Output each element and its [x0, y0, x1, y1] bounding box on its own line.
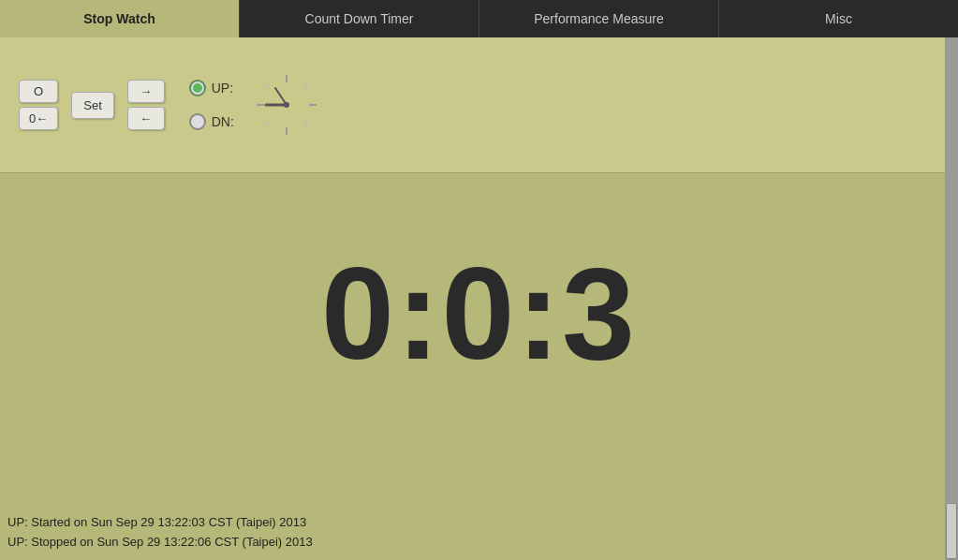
controls-row: O 0← Set → ← UP: DN:: [0, 37, 958, 173]
right-arrow-button[interactable]: →: [127, 80, 165, 103]
status-bar: UP: Started on Sun Sep 29 13:22:03 CST (…: [0, 506, 958, 560]
tab-stopwatch[interactable]: Stop Watch: [0, 0, 240, 37]
timer-display: 0:0:3: [0, 173, 958, 454]
scrollbar[interactable]: [945, 37, 958, 560]
status-line-1: UP: Started on Sun Sep 29 13:22:03 CST (…: [7, 513, 951, 533]
clock-spinner: [249, 67, 324, 142]
scrollbar-thumb[interactable]: [946, 503, 957, 559]
controls-arrow-buttons: → ←: [127, 80, 165, 130]
tab-bar: Stop Watch Count Down Timer Performance …: [0, 0, 958, 37]
set-button-wrapper: Set: [71, 92, 114, 119]
radio-group: UP: DN:: [189, 80, 234, 130]
svg-point-10: [284, 102, 289, 108]
svg-line-4: [265, 83, 270, 88]
svg-line-5: [303, 122, 308, 126]
tab-performance[interactable]: Performance Measure: [479, 0, 719, 37]
svg-line-7: [265, 122, 270, 126]
backspace-button[interactable]: 0←: [19, 107, 58, 130]
radio-up-label: UP:: [212, 81, 233, 96]
left-arrow-button[interactable]: ←: [127, 107, 165, 130]
svg-line-9: [275, 88, 287, 105]
controls-left-buttons: O 0←: [19, 80, 58, 130]
timer-value: 0:0:3: [321, 238, 637, 390]
radio-up-circle[interactable]: [189, 80, 206, 96]
radio-dn-label: DN:: [212, 114, 234, 129]
zero-button[interactable]: O: [19, 80, 58, 103]
radio-dn-item: DN:: [189, 113, 234, 130]
tab-misc[interactable]: Misc: [719, 0, 958, 37]
radio-dn-circle[interactable]: [189, 113, 206, 130]
status-line-2: UP: Stopped on Sun Sep 29 13:22:06 CST (…: [7, 533, 951, 553]
radio-up-item: UP:: [189, 80, 234, 96]
tab-countdown[interactable]: Count Down Timer: [240, 0, 479, 37]
set-button[interactable]: Set: [71, 92, 114, 119]
clock-svg: [249, 67, 324, 142]
svg-line-6: [303, 83, 308, 88]
main-content: O 0← Set → ← UP: DN:: [0, 37, 958, 560]
